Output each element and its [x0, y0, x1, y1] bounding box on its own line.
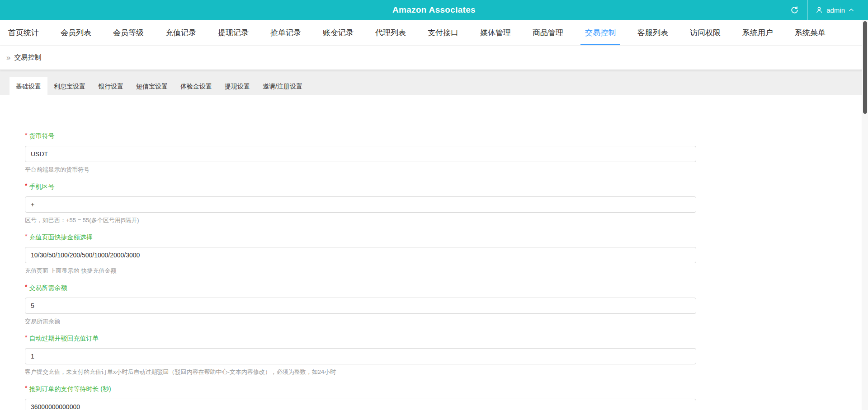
nav-item-member-list[interactable]: 会员列表 — [56, 20, 96, 45]
chevron-up-icon — [848, 7, 854, 13]
settings-tabs: 基础设置 利息宝设置 银行设置 短信宝设置 体验金设置 提现设置 邀请/注册设置 — [0, 70, 868, 95]
basic-settings-form: *货币符号 平台前端显示的货币符号 *手机区号 区号，如巴西：+55 = 55(… — [0, 95, 868, 410]
nav-item-account-change-records[interactable]: 账变记录 — [318, 20, 358, 45]
field-label: *货币符号 — [25, 131, 868, 140]
required-marker: * — [25, 233, 27, 240]
nav-item-system-users[interactable]: 系统用户 — [738, 20, 778, 45]
breadcrumb: » 交易控制 — [0, 46, 868, 70]
field-label: *抢到订单的支付等待时长 (秒) — [25, 384, 868, 393]
breadcrumb-current: 交易控制 — [14, 53, 41, 62]
nav-item-access-permissions[interactable]: 访问权限 — [685, 20, 725, 45]
tab-sms-settings[interactable]: 短信宝设置 — [130, 77, 174, 95]
required-marker: * — [25, 384, 27, 391]
nav-item-customer-service-list[interactable]: 客服列表 — [633, 20, 673, 45]
field-label: *交易所需余额 — [25, 283, 868, 292]
app-title: Amazon Associates — [0, 5, 868, 15]
field-hint: 交易所需余额 — [25, 317, 868, 326]
phone-area-code-field: *手机区号 区号，如巴西：+55 = 55(多个区号用|5隔开) — [25, 182, 868, 224]
phone-area-code-input[interactable] — [25, 196, 696, 213]
tab-interest-treasure-settings[interactable]: 利息宝设置 — [47, 77, 92, 95]
required-balance-field: *交易所需余额 交易所需余额 — [25, 283, 868, 326]
tab-bank-settings[interactable]: 银行设置 — [92, 77, 130, 95]
field-hint: 客户提交充值，未支付的充值订单x小时后自动过期驳回（驳回内容在帮助中心-文本内容… — [25, 368, 868, 376]
nav-item-product-management[interactable]: 商品管理 — [528, 20, 568, 45]
auto-expire-field: *自动过期并驳回充值订单 客户提交充值，未支付的充值订单x小时后自动过期驳回（驳… — [25, 334, 868, 376]
nav-item-member-level[interactable]: 会员等级 — [108, 20, 148, 45]
scrollbar-thumb[interactable] — [863, 21, 867, 114]
field-label: *手机区号 — [25, 182, 868, 191]
header-controls: admin — [781, 0, 862, 20]
nav-item-recharge-records[interactable]: 充值记录 — [161, 20, 201, 45]
nav-item-system-menu[interactable]: 系统菜单 — [790, 20, 830, 45]
user-icon — [815, 6, 823, 14]
required-marker: * — [25, 334, 27, 341]
refresh-icon — [790, 6, 799, 14]
top-header: Amazon Associates admin — [0, 0, 868, 20]
currency-symbol-input[interactable] — [25, 146, 696, 162]
field-label: *自动过期并驳回充值订单 — [25, 334, 868, 343]
nav-item-payment-api[interactable]: 支付接口 — [423, 20, 463, 45]
vertical-scrollbar[interactable] — [862, 20, 868, 410]
required-marker: * — [25, 131, 27, 139]
breadcrumb-arrow-icon: » — [6, 53, 10, 62]
user-menu[interactable]: admin — [808, 0, 862, 20]
currency-symbol-field: *货币符号 平台前端显示的货币符号 — [25, 131, 868, 174]
username-label: admin — [826, 6, 845, 14]
required-marker: * — [25, 182, 27, 189]
tab-basic-settings[interactable]: 基础设置 — [9, 77, 47, 95]
quick-amount-input[interactable] — [25, 247, 696, 263]
refresh-button[interactable] — [781, 0, 807, 20]
payment-wait-field: *抢到订单的支付等待时长 (秒) 订单支付等待时长，匹配订单后未在此时间内完成支… — [25, 384, 868, 410]
tab-trial-fund-settings[interactable]: 体验金设置 — [174, 77, 218, 95]
tab-invite-register-settings[interactable]: 邀请/注册设置 — [256, 77, 309, 95]
nav-item-agent-list[interactable]: 代理列表 — [371, 20, 410, 45]
nav-item-home-stats[interactable]: 首页统计 — [4, 20, 43, 45]
main-nav: 首页统计 会员列表 会员等级 充值记录 提现记录 抢单记录 账变记录 代理列表 … — [0, 20, 868, 46]
tab-withdrawal-settings[interactable]: 提现设置 — [218, 77, 256, 95]
required-marker: * — [25, 283, 27, 290]
field-hint: 充值页面 上面显示的 快捷充值金额 — [25, 267, 868, 275]
nav-item-media-management[interactable]: 媒体管理 — [476, 20, 515, 45]
payment-wait-input[interactable] — [25, 399, 696, 410]
field-hint: 区号，如巴西：+55 = 55(多个区号用|5隔开) — [25, 216, 868, 224]
required-balance-input[interactable] — [25, 298, 696, 314]
quick-amount-field: *充值页面快捷金额选择 充值页面 上面显示的 快捷充值金额 — [25, 233, 868, 275]
field-label: *充值页面快捷金额选择 — [25, 233, 868, 242]
nav-item-withdrawal-records[interactable]: 提现记录 — [213, 20, 253, 45]
nav-item-trade-control[interactable]: 交易控制 — [580, 20, 620, 45]
nav-item-order-grab-records[interactable]: 抢单记录 — [266, 20, 306, 45]
field-hint: 平台前端显示的货币符号 — [25, 166, 868, 174]
auto-expire-input[interactable] — [25, 348, 696, 364]
